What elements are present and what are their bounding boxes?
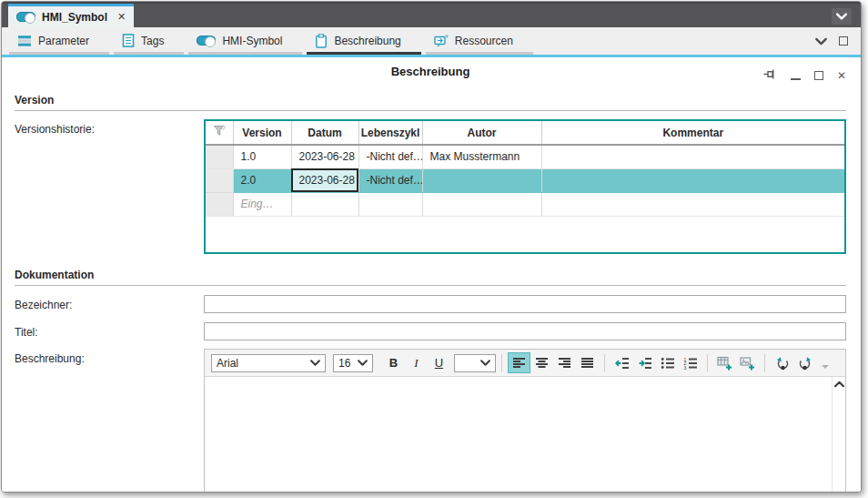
close-icon[interactable]: ✕ — [837, 70, 846, 81]
titel-row: Titel: — [15, 322, 846, 340]
cell-autor[interactable]: Max Musstermann — [422, 145, 541, 168]
panel-controls: ✕ — [763, 67, 846, 84]
minimize-icon[interactable] — [791, 78, 801, 80]
bezeichner-row: Bezeichner: — [15, 295, 846, 313]
tab-beschreibung[interactable]: Beschreibung — [307, 29, 420, 55]
bezeichner-label: Bezeichner: — [15, 295, 204, 311]
outdent-icon[interactable] — [611, 352, 633, 373]
bezeichner-field[interactable] — [204, 295, 846, 313]
titel-label: Titel: — [15, 322, 204, 339]
tab-parameter[interactable]: Parameter — [9, 29, 109, 55]
panel-list-chevron-icon[interactable] — [815, 37, 827, 46]
tab-hmi-symbol-label: HMI-Symbol — [222, 35, 282, 47]
editor-toolbar: Arial 16 B I U — [205, 350, 845, 377]
tab-label: HMI_Symbol — [42, 11, 107, 24]
cell-lebenszyklus[interactable]: -Nicht def… — [358, 168, 422, 192]
table-row-selected[interactable]: 2.0 2023-06-28 -Nicht def… — [206, 168, 844, 192]
numbered-list-icon[interactable]: 123 — [679, 352, 701, 373]
maximize-icon[interactable] — [814, 71, 823, 80]
ressourcen-icon: ✳ — [434, 34, 449, 47]
cell-new-entry[interactable]: Eing… — [233, 192, 291, 216]
italic-button[interactable]: I — [405, 352, 428, 373]
align-left-icon[interactable] — [508, 352, 530, 373]
cell-kommentar[interactable] — [541, 192, 844, 216]
svg-text:3: 3 — [683, 364, 686, 369]
tab-ressourcen-label: Ressourcen — [455, 35, 513, 47]
version-section-heading: Version — [15, 94, 846, 111]
editor-scrollbar[interactable] — [832, 377, 845, 492]
indent-icon[interactable] — [633, 352, 656, 373]
parameter-icon — [17, 35, 32, 47]
column-header-datum[interactable]: Datum — [291, 121, 358, 145]
cell-lebenszyklus[interactable] — [358, 192, 422, 216]
column-header-kommentar[interactable]: Kommentar — [541, 121, 844, 145]
toolbar-more-icon[interactable] — [822, 365, 829, 369]
cell-datum-focused[interactable]: 2023-06-28 — [291, 168, 358, 192]
svg-text:✳: ✳ — [444, 34, 449, 39]
toolbar-separator — [707, 354, 708, 372]
tab-overflow-chevron-icon[interactable] — [832, 8, 852, 25]
redo-icon[interactable] — [793, 352, 816, 373]
justify-icon[interactable] — [576, 352, 599, 373]
toolbar-separator — [764, 354, 765, 372]
toggle-icon — [16, 12, 35, 22]
tab-tags-label: Tags — [141, 35, 164, 47]
float-panel-icon[interactable] — [839, 36, 848, 46]
tab-ressourcen[interactable]: ✳ Ressourcen — [426, 29, 533, 55]
cell-lebenszyklus[interactable]: -Nicht def… — [358, 145, 422, 168]
cell-version[interactable]: 1.0 — [233, 145, 291, 168]
version-history-row: Versionshistorie: Version Datum Lebe — [15, 119, 846, 254]
insert-image-icon[interactable] — [736, 352, 759, 373]
cell-kommentar[interactable] — [541, 168, 844, 192]
scroll-up-icon[interactable] — [833, 381, 845, 388]
table-row[interactable]: 1.0 2023-06-28 -Nicht def… Max Mussterma… — [206, 145, 844, 168]
rich-text-editor: Arial 16 B I U — [204, 349, 846, 492]
version-history-table: Version Datum Lebenszykl Autor Kommentar… — [204, 119, 846, 254]
cell-datum[interactable]: 2023-06-28 — [291, 145, 358, 168]
table-row-new-entry[interactable]: Eing… — [206, 192, 844, 216]
beschreibung-textarea[interactable] — [205, 377, 845, 492]
editor-tab-bar: HMI_Symbol ✕ — [2, 2, 861, 27]
font-size-select[interactable]: 16 — [333, 354, 373, 372]
cell-autor[interactable] — [422, 168, 541, 192]
underline-button[interactable]: U — [428, 352, 450, 373]
column-header-autor[interactable]: Autor — [422, 121, 541, 145]
row-indicator[interactable] — [206, 168, 233, 192]
align-right-icon[interactable] — [553, 352, 576, 373]
font-family-value: Arial — [217, 357, 238, 370]
tab-close-icon[interactable]: ✕ — [117, 11, 126, 23]
bold-button[interactable]: B — [382, 352, 405, 373]
row-indicator[interactable] — [206, 192, 233, 216]
color-select[interactable] — [454, 354, 496, 372]
toolbar-separator — [604, 354, 605, 372]
cell-autor[interactable] — [422, 192, 541, 216]
column-header-version[interactable]: Version — [233, 121, 291, 145]
cell-version[interactable]: 2.0 — [233, 168, 291, 192]
undo-icon[interactable] — [771, 352, 793, 373]
bullet-list-icon[interactable] — [656, 352, 679, 373]
font-family-select[interactable]: Arial — [211, 354, 326, 372]
tab-parameter-label: Parameter — [38, 35, 89, 47]
tab-hmi-symbol-view[interactable]: HMI-Symbol — [188, 29, 302, 55]
version-history-label: Versionshistorie: — [15, 119, 204, 136]
app-window: HMI_Symbol ✕ Parameter Tags HMI-Symbol — [1, 1, 862, 493]
pin-icon[interactable] — [763, 67, 777, 84]
beschreibung-label: Beschreibung: — [15, 349, 204, 365]
filter-icon[interactable] — [206, 121, 233, 145]
tab-tags[interactable]: Tags — [114, 29, 184, 55]
align-center-icon[interactable] — [530, 352, 553, 373]
titel-field[interactable] — [204, 322, 846, 340]
row-indicator[interactable] — [206, 145, 233, 168]
insert-table-icon[interactable] — [713, 352, 736, 373]
table-header-row: Version Datum Lebenszykl Autor Kommentar — [206, 121, 844, 145]
cell-datum[interactable] — [291, 192, 358, 216]
beschreibung-editor-row: Beschreibung: Arial 16 B I U — [15, 349, 846, 492]
tags-icon — [122, 34, 135, 47]
tab-hmi-symbol[interactable]: HMI_Symbol ✕ — [8, 4, 134, 27]
column-header-lebenszyklus[interactable]: Lebenszykl — [358, 121, 422, 145]
beschreibung-panel: Beschreibung ✕ Version Versionshistorie: — [2, 57, 861, 492]
cell-kommentar[interactable] — [541, 145, 844, 168]
view-tab-controls — [815, 27, 853, 55]
font-size-value: 16 — [338, 357, 350, 370]
toolbar-separator — [501, 354, 502, 372]
